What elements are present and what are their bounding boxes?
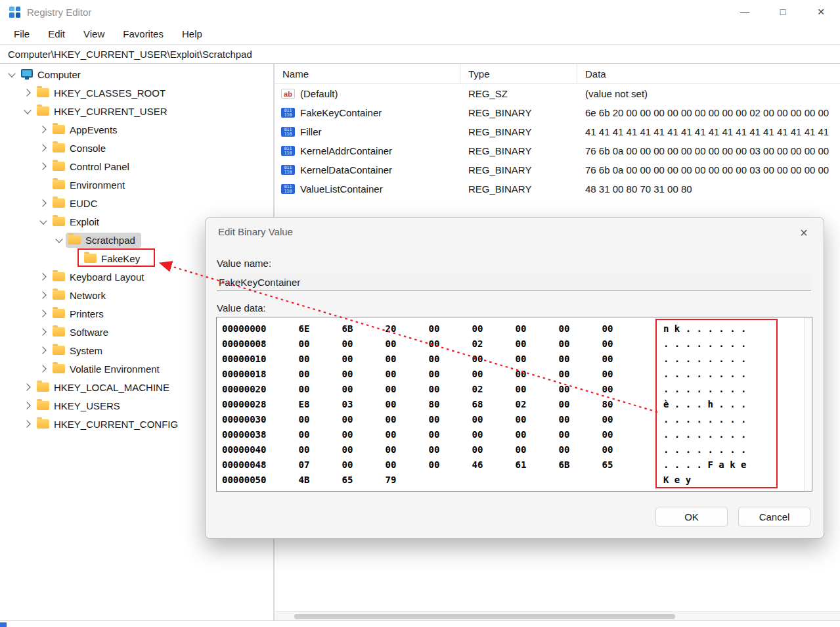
- hex-ascii[interactable]: . . . . . . . .: [629, 354, 803, 364]
- menu-item-help[interactable]: Help: [173, 26, 211, 42]
- chevron-right-icon[interactable]: [37, 127, 50, 132]
- hex-byte[interactable]: 00: [499, 444, 542, 455]
- close-icon[interactable]: ✕: [802, 0, 840, 24]
- hex-byte[interactable]: 6B: [326, 323, 369, 334]
- chevron-right-icon[interactable]: [37, 292, 50, 298]
- hex-byte[interactable]: 00: [282, 354, 326, 364]
- chevron-down-icon[interactable]: [53, 239, 66, 242]
- hex-byte[interactable]: 00: [456, 354, 499, 364]
- hex-byte[interactable]: 00: [412, 338, 456, 349]
- hex-byte[interactable]: 00: [542, 338, 586, 349]
- chevron-down-icon[interactable]: [5, 73, 18, 76]
- hex-byte[interactable]: 00: [542, 384, 586, 394]
- hex-byte[interactable]: 07: [282, 459, 326, 470]
- hex-byte[interactable]: 00: [282, 384, 326, 394]
- tree-item-console[interactable]: Console: [0, 139, 273, 157]
- hex-byte[interactable]: 00: [369, 459, 412, 470]
- hex-ascii[interactable]: n k . . . . . .: [629, 323, 803, 334]
- tree-item-computer[interactable]: Computer: [0, 65, 273, 83]
- hex-ascii[interactable]: . . . . . . . .: [629, 338, 803, 349]
- hex-byte[interactable]: 00: [456, 369, 499, 379]
- hex-byte[interactable]: 00: [456, 323, 499, 334]
- horizontal-scrollbar-track[interactable]: [275, 611, 840, 620]
- hex-byte[interactable]: 00: [456, 429, 499, 440]
- hex-byte[interactable]: 00: [542, 354, 586, 364]
- chevron-right-icon[interactable]: [21, 421, 34, 427]
- hex-byte[interactable]: 00: [586, 429, 629, 440]
- hex-byte[interactable]: 00: [586, 323, 629, 334]
- hex-byte[interactable]: 00: [499, 338, 542, 349]
- tree-item-hkey-classes-root[interactable]: HKEY_CLASSES_ROOT: [0, 83, 273, 102]
- chevron-right-icon[interactable]: [21, 90, 34, 95]
- hex-byte[interactable]: 00: [369, 399, 412, 409]
- hex-byte[interactable]: 00: [542, 399, 586, 409]
- menu-item-edit[interactable]: Edit: [39, 26, 74, 42]
- chevron-right-icon[interactable]: [21, 403, 34, 408]
- hex-byte[interactable]: 00: [542, 444, 586, 455]
- hex-byte[interactable]: 80: [586, 399, 629, 409]
- hex-byte[interactable]: 6E: [282, 323, 326, 334]
- hex-byte[interactable]: 00: [456, 414, 499, 425]
- hex-byte[interactable]: 00: [499, 429, 542, 440]
- hex-ascii[interactable]: . . . . . . . .: [629, 429, 803, 440]
- hex-byte[interactable]: 00: [412, 354, 456, 364]
- hex-byte[interactable]: 00: [282, 444, 326, 455]
- column-header-data[interactable]: Data: [577, 64, 840, 83]
- chevron-right-icon[interactable]: [37, 145, 50, 151]
- tree-item-control-panel[interactable]: Control Panel: [0, 157, 273, 175]
- hex-byte[interactable]: 00: [282, 429, 326, 440]
- hex-byte[interactable]: 02: [456, 338, 499, 349]
- hex-byte[interactable]: 79: [369, 475, 412, 485]
- hex-byte[interactable]: 00: [326, 338, 369, 349]
- hex-byte[interactable]: 00: [499, 384, 542, 394]
- hex-byte[interactable]: 00: [542, 369, 586, 379]
- hex-vertical-scrollbar[interactable]: [804, 317, 812, 491]
- hex-byte[interactable]: 00: [369, 444, 412, 455]
- list-row-fakekeycontainer[interactable]: 011110FakeKeyContainerREG_BINARY6e 6b 20…: [275, 103, 840, 122]
- ok-button[interactable]: OK: [655, 507, 728, 526]
- chevron-right-icon[interactable]: [37, 311, 50, 316]
- hex-ascii[interactable]: . . . . . . . .: [629, 384, 803, 394]
- hex-byte[interactable]: 00: [499, 369, 542, 379]
- column-header-name[interactable]: Name: [275, 64, 460, 83]
- tree-item-appevents[interactable]: AppEvents: [0, 120, 273, 139]
- hex-byte[interactable]: 00: [412, 444, 456, 455]
- hex-byte[interactable]: 00: [586, 384, 629, 394]
- hex-byte[interactable]: 4B: [282, 475, 326, 485]
- hex-ascii[interactable]: è . . . h . . .: [629, 399, 803, 409]
- hex-byte[interactable]: 00: [542, 429, 586, 440]
- column-header-type[interactable]: Type: [460, 64, 577, 83]
- hex-byte[interactable]: 02: [456, 384, 499, 394]
- hex-ascii[interactable]: . . . . . . . .: [629, 369, 803, 379]
- hex-byte[interactable]: 00: [586, 414, 629, 425]
- tree-item-eudc[interactable]: EUDC: [0, 194, 273, 212]
- hex-byte[interactable]: 00: [282, 338, 326, 349]
- address-bar-input[interactable]: Computer\HKEY_CURRENT_USER\Exploit\Scrat…: [0, 44, 840, 64]
- hex-byte[interactable]: 00: [412, 459, 456, 470]
- hex-byte[interactable]: 00: [586, 354, 629, 364]
- hex-byte[interactable]: 00: [412, 369, 456, 379]
- hex-byte[interactable]: 00: [586, 338, 629, 349]
- hex-byte[interactable]: 20: [369, 323, 412, 334]
- hex-byte[interactable]: 00: [326, 459, 369, 470]
- chevron-right-icon[interactable]: [37, 200, 50, 206]
- hex-ascii[interactable]: . . . . . . . .: [629, 444, 803, 455]
- dialog-close-icon[interactable]: ✕: [793, 223, 814, 242]
- hex-byte[interactable]: 00: [326, 354, 369, 364]
- list-row-kerneladdrcontainer[interactable]: 011110KernelAddrContainerREG_BINARY76 6b…: [275, 141, 840, 160]
- hex-byte[interactable]: 61: [499, 459, 542, 470]
- hex-byte[interactable]: 65: [326, 475, 369, 485]
- hex-byte[interactable]: 65: [586, 459, 629, 470]
- list-row-kerneldatacontainer[interactable]: 011110KernelDataContainerREG_BINARY76 6b…: [275, 160, 840, 179]
- maximize-icon[interactable]: □: [764, 0, 802, 24]
- cancel-button[interactable]: Cancel: [738, 507, 810, 526]
- menu-item-view[interactable]: View: [75, 26, 113, 42]
- hex-byte[interactable]: 00: [586, 369, 629, 379]
- hex-byte[interactable]: 00: [499, 323, 542, 334]
- hex-byte[interactable]: 68: [456, 399, 499, 409]
- hex-ascii[interactable]: K e y: [629, 475, 803, 485]
- hex-byte[interactable]: 00: [412, 414, 456, 425]
- hex-byte[interactable]: 00: [369, 338, 412, 349]
- list-row--default-[interactable]: ab(Default)REG_SZ(value not set): [275, 84, 840, 103]
- chevron-right-icon[interactable]: [37, 366, 50, 371]
